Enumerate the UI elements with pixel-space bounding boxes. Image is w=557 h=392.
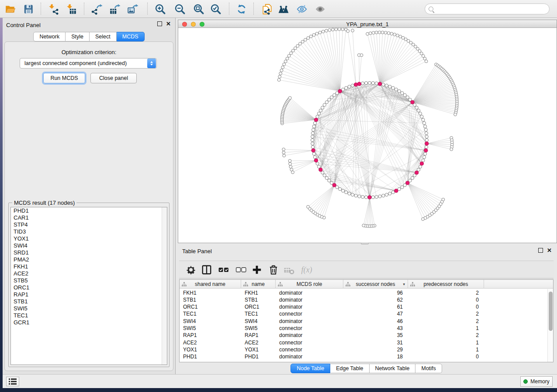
cell-predecessor-nodes[interactable]: 1 (408, 346, 484, 353)
column-header-MCDS-role[interactable]: MCDS role (276, 280, 343, 289)
column-header-predecessor-nodes[interactable]: predecessor nodes (408, 280, 484, 289)
cell-predecessor-nodes[interactable]: 2 (408, 289, 484, 296)
network-canvas[interactable] (178, 28, 557, 243)
table-row-FKH1[interactable]: FKH1FKH1dominator962 (180, 289, 547, 296)
tab-mcds[interactable]: MCDS (117, 32, 145, 41)
select-all-columns-icon[interactable] (216, 262, 231, 277)
mcds-result-item[interactable]: RAP1 (11, 291, 167, 298)
cell-shared-name[interactable]: FKH1 (180, 289, 241, 296)
cell-name[interactable]: ORC1 (241, 303, 276, 310)
cell-name[interactable]: RAP1 (241, 332, 276, 339)
cell-successor-nodes[interactable]: 31 (343, 339, 408, 346)
close-panel-icon[interactable]: ✕ (166, 21, 171, 26)
delete-columns-icon[interactable] (266, 262, 281, 277)
cell-MCDS-role[interactable]: dominator (276, 289, 343, 296)
show-details-icon[interactable] (313, 2, 328, 17)
criterion-select[interactable]: largest connected component (undirected) (20, 58, 157, 69)
table-tab-edge-table[interactable]: Edge Table (330, 364, 369, 373)
mcds-result-item[interactable]: PHD1 (11, 207, 167, 214)
cell-MCDS-role[interactable]: dominator (276, 317, 343, 324)
zoom-out-icon[interactable] (173, 2, 187, 17)
cell-shared-name[interactable]: STB1 (180, 296, 241, 303)
table-row-ORC1[interactable]: ORC1ORC1dominator610 (180, 303, 547, 310)
table-row-SWI5[interactable]: SWI5SWI5connector431 (180, 325, 547, 332)
open-file-icon[interactable] (3, 2, 17, 17)
mcds-result-item[interactable]: YOX1 (11, 235, 167, 242)
run-mcds-button[interactable]: Run MCDS (43, 73, 85, 83)
cell-successor-nodes[interactable]: 61 (343, 303, 408, 310)
cell-predecessor-nodes[interactable]: 1 (408, 325, 484, 332)
cell-predecessor-nodes[interactable]: 2 (408, 317, 484, 324)
memory-button[interactable]: Memory (520, 376, 553, 387)
mcds-result-item[interactable]: TID3 (11, 228, 167, 235)
float-panel-icon[interactable] (157, 21, 162, 26)
mcds-result-item[interactable]: SWI5 (11, 305, 167, 312)
import-table-icon[interactable] (64, 2, 79, 17)
cell-name[interactable]: YOX1 (241, 346, 276, 353)
cell-predecessor-nodes[interactable]: 2 (408, 332, 484, 339)
cell-successor-nodes[interactable]: 62 (343, 296, 408, 303)
cell-name[interactable]: SWI5 (241, 325, 276, 332)
table-row-RAP1[interactable]: RAP1RAP1dominator352 (180, 332, 547, 339)
export-table-icon[interactable] (107, 2, 122, 17)
cell-successor-nodes[interactable]: 35 (343, 332, 408, 339)
column-header-shared-name[interactable]: shared name (180, 280, 241, 289)
cell-MCDS-role[interactable]: dominator (276, 296, 343, 303)
close-panel-button[interactable]: Close panel (90, 73, 137, 83)
search-box[interactable] (425, 3, 550, 14)
float-table-panel-icon[interactable] (538, 248, 543, 253)
mcds-result-item[interactable]: SWI4 (11, 242, 167, 249)
save-session-icon[interactable] (21, 2, 36, 17)
cell-shared-name[interactable]: SWI5 (180, 325, 241, 332)
cell-MCDS-role[interactable]: connector (276, 339, 343, 346)
table-row-PHD1[interactable]: PHD1PHD1dominator180 (180, 353, 547, 360)
cell-name[interactable]: TEC1 (241, 310, 276, 317)
table-options-gear-icon[interactable] (183, 262, 198, 277)
table-scrollbar-thumb[interactable] (549, 292, 553, 331)
table-row-STB1[interactable]: STB1STB1dominator620 (180, 296, 547, 303)
tab-select[interactable]: Select (90, 32, 117, 41)
cell-successor-nodes[interactable]: 96 (343, 289, 408, 296)
cell-MCDS-role[interactable]: dominator (276, 332, 343, 339)
refresh-icon[interactable] (234, 2, 249, 17)
mcds-result-item[interactable]: CAR1 (11, 214, 167, 221)
mcds-result-item[interactable]: PMA2 (11, 256, 167, 263)
show-columns-icon[interactable] (199, 262, 214, 277)
cell-shared-name[interactable]: ORC1 (180, 303, 241, 310)
export-network-icon[interactable] (90, 2, 104, 17)
cell-shared-name[interactable]: SWI4 (180, 317, 241, 324)
mcds-result-item[interactable]: STB5 (11, 277, 167, 284)
table-scrollbar[interactable] (547, 289, 553, 362)
mcds-result-item[interactable]: FKH1 (11, 263, 167, 270)
zoom-in-icon[interactable] (153, 2, 168, 17)
cell-shared-name[interactable]: PHD1 (180, 353, 241, 360)
import-network-icon[interactable] (46, 2, 61, 17)
cell-successor-nodes[interactable]: 47 (343, 310, 408, 317)
cell-MCDS-role[interactable]: connector (276, 325, 343, 332)
hide-details-icon[interactable] (294, 2, 309, 17)
table-tab-motifs[interactable]: Motifs (415, 364, 442, 373)
mcds-result-item[interactable]: STP4 (11, 221, 167, 228)
cell-predecessor-nodes[interactable]: 2 (408, 310, 484, 317)
cell-name[interactable]: FKH1 (241, 289, 276, 296)
tab-style[interactable]: Style (66, 32, 90, 41)
cell-successor-nodes[interactable]: 29 (343, 346, 408, 353)
cell-name[interactable]: PHD1 (241, 353, 276, 360)
cell-MCDS-role[interactable]: connector (276, 310, 343, 317)
cell-name[interactable]: ACE2 (241, 339, 276, 346)
table-tab-network-table[interactable]: Network Table (370, 364, 416, 373)
mcds-result-item[interactable]: GCR1 (11, 319, 167, 326)
unselect-all-columns-icon[interactable] (234, 262, 249, 277)
mcds-result-list[interactable]: PHD1CAR1STP4TID3YOX1SWI4SRD1PMA2FKH1ACE2… (10, 207, 167, 365)
cell-MCDS-role[interactable]: dominator (276, 303, 343, 310)
table-row-TEC1[interactable]: TEC1TEC1connector472 (180, 310, 547, 317)
mcds-list-scrollbar[interactable] (162, 207, 167, 364)
task-history-button[interactable] (6, 377, 19, 386)
table-row-SWI4[interactable]: SWI4SWI4dominator462 (180, 317, 547, 324)
cell-successor-nodes[interactable]: 46 (343, 317, 408, 324)
table-row-ACE2[interactable]: ACE2ACE2connector311 (180, 339, 547, 346)
cell-predecessor-nodes[interactable]: 1 (408, 339, 484, 346)
search-input[interactable] (436, 6, 541, 12)
cell-shared-name[interactable]: RAP1 (180, 332, 241, 339)
mcds-result-item[interactable]: ACE2 (11, 270, 167, 277)
